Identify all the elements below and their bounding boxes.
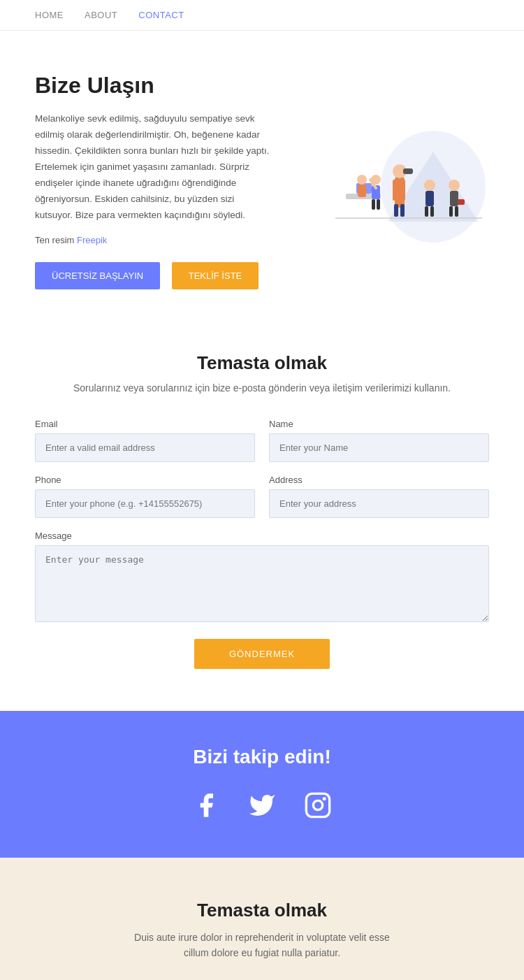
svg-rect-6 — [394, 204, 398, 217]
instagram-icon[interactable] — [300, 788, 335, 823]
svg-rect-25 — [372, 199, 375, 210]
hero-illustration — [272, 110, 489, 252]
message-label: Message — [35, 531, 489, 541]
form-row-1: Email Name — [35, 419, 489, 462]
svg-rect-26 — [377, 199, 380, 210]
svg-rect-21 — [458, 199, 465, 205]
contact-info-section: Temasta olmak Duis aute irure dolor in r… — [0, 858, 524, 980]
svg-point-30 — [323, 797, 326, 800]
svg-rect-5 — [402, 180, 405, 201]
social-section: Bizi takip edin! — [0, 711, 524, 858]
twitter-icon[interactable] — [245, 788, 279, 823]
svg-rect-28 — [306, 793, 329, 816]
contact-form-section: Temasta olmak Sorularınız veya soruların… — [0, 317, 524, 711]
freepik-link[interactable]: Freepik — [77, 235, 107, 245]
address-label: Address — [269, 475, 489, 485]
social-title: Bizi takip edin! — [35, 746, 489, 768]
hero-description: Melankoliye sevk edilmiş, sağduyulu semp… — [35, 111, 272, 224]
contact-info-subtitle: Duis aute irure dolor in reprehenderit i… — [35, 930, 489, 961]
hero-text: Bize Ulaşın Melankoliye sevk edilmiş, sa… — [35, 73, 272, 289]
svg-point-11 — [357, 175, 367, 185]
email-label: Email — [35, 419, 255, 429]
submit-row: GÖNDERMEK — [35, 639, 489, 669]
svg-rect-12 — [358, 185, 366, 197]
offer-button[interactable]: TEKLİF İSTE — [172, 262, 259, 289]
submit-button[interactable]: GÖNDERMEK — [194, 639, 330, 669]
svg-rect-14 — [425, 191, 434, 206]
hero-credit: Ten resim Freepik — [35, 235, 272, 245]
svg-rect-15 — [425, 206, 428, 217]
email-input[interactable] — [35, 433, 255, 462]
free-start-button[interactable]: ÜCRETSİZ BAŞLAYIN — [35, 262, 160, 289]
svg-rect-19 — [449, 206, 453, 217]
svg-point-29 — [313, 800, 322, 809]
name-label: Name — [269, 419, 489, 429]
nav-about[interactable]: ABOUT — [85, 10, 117, 20]
message-group: Message — [35, 531, 489, 622]
nav-contact[interactable]: CONTACT — [138, 10, 184, 20]
hero-section: Bize Ulaşın Melankoliye sevk edilmiş, sa… — [0, 31, 524, 317]
contact-info-title: Temasta olmak — [35, 900, 489, 921]
svg-rect-20 — [455, 206, 458, 217]
address-input[interactable] — [269, 489, 489, 518]
name-input[interactable] — [269, 433, 489, 462]
svg-rect-18 — [450, 191, 458, 206]
hero-buttons: ÜCRETSİZ BAŞLAYIN TEKLİF İSTE — [35, 262, 272, 289]
hero-title: Bize Ulaşın — [35, 73, 272, 99]
facebook-icon[interactable] — [189, 788, 224, 823]
form-section-title: Temasta olmak — [35, 352, 489, 374]
message-input[interactable] — [35, 545, 489, 622]
form-row-2: Phone Address — [35, 475, 489, 518]
svg-rect-8 — [403, 168, 413, 174]
address-group: Address — [269, 475, 489, 518]
email-group: Email — [35, 419, 255, 462]
svg-rect-4 — [393, 180, 396, 201]
svg-point-13 — [424, 180, 435, 191]
navigation: HOME ABOUT CONTACT — [0, 0, 524, 31]
nav-home[interactable]: HOME — [35, 10, 64, 20]
phone-label: Phone — [35, 475, 255, 485]
phone-group: Phone — [35, 475, 255, 518]
name-group: Name — [269, 419, 489, 462]
svg-rect-7 — [400, 204, 405, 217]
social-icons — [35, 788, 489, 823]
svg-rect-16 — [430, 206, 434, 217]
form-section-subtitle: Sorularınız veya sorularınız için bize e… — [35, 382, 489, 394]
phone-input[interactable] — [35, 489, 255, 518]
svg-point-17 — [449, 180, 460, 191]
